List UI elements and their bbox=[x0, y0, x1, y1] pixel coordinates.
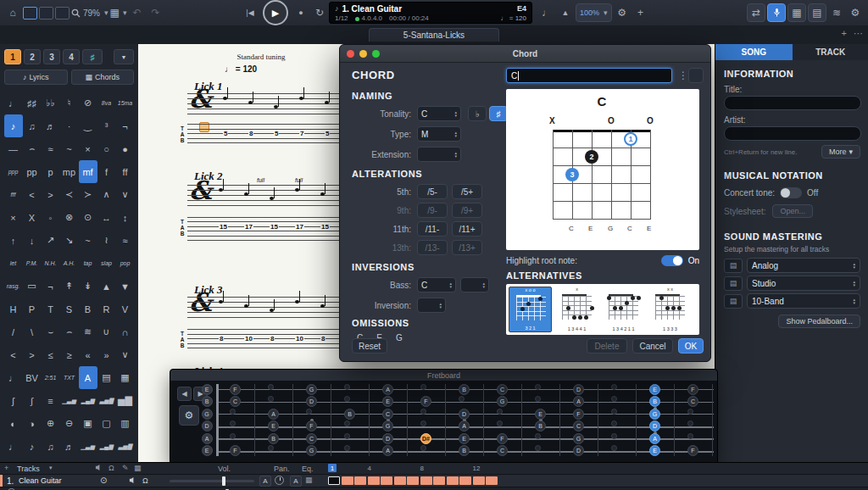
voice-1-button[interactable]: 1 bbox=[4, 49, 21, 64]
rack-unit-icon[interactable]: ▤ bbox=[724, 259, 743, 273]
alteration-minus-button[interactable]: /13- bbox=[417, 240, 448, 255]
palette-symbol[interactable]: 8va bbox=[97, 92, 116, 114]
fretboard-note[interactable] bbox=[230, 409, 236, 415]
palette-symbol[interactable]: ↑ bbox=[4, 229, 23, 252]
fretboard-note[interactable]: D bbox=[306, 396, 317, 407]
line-in-button[interactable]: ≋ bbox=[828, 4, 845, 21]
pages-panel-button[interactable]: ▤ bbox=[808, 3, 826, 22]
fretboard-note[interactable] bbox=[687, 420, 693, 426]
fretboard-note[interactable]: A bbox=[382, 384, 393, 395]
tab-number[interactable]: 8 bbox=[219, 335, 224, 342]
fretboard-note[interactable] bbox=[535, 433, 541, 439]
palette-symbol[interactable]: ≥ bbox=[60, 343, 79, 366]
palette-symbol[interactable]: BV bbox=[23, 366, 42, 389]
palette-symbol[interactable]: mp bbox=[60, 160, 79, 183]
palette-symbol[interactable]: P.M. bbox=[23, 252, 42, 275]
fretboard-note[interactable] bbox=[344, 420, 350, 426]
play-chord-button[interactable] bbox=[688, 68, 704, 83]
fretboard-note[interactable] bbox=[230, 433, 236, 439]
palette-symbol[interactable]: H bbox=[4, 298, 23, 320]
palette-symbol[interactable]: ▅▇ bbox=[116, 389, 135, 412]
tuner-button[interactable]: ⇄ bbox=[747, 3, 765, 22]
tab-track[interactable]: TRACK bbox=[793, 44, 868, 60]
palette-symbol[interactable]: × bbox=[4, 206, 23, 229]
bar-ruler[interactable]: 14812 bbox=[328, 463, 515, 474]
palette-symbol[interactable]: ʃ bbox=[4, 389, 23, 412]
palette-symbol[interactable]: ◦ bbox=[42, 206, 60, 229]
palette-symbol[interactable]: X bbox=[23, 206, 42, 229]
highlight-root-toggle[interactable] bbox=[661, 255, 683, 266]
tab-number[interactable]: 5 bbox=[223, 130, 228, 137]
palette-symbol[interactable]: ~ bbox=[79, 229, 97, 252]
view-parchment-icon[interactable] bbox=[39, 7, 53, 19]
fretboard-note[interactable]: E bbox=[382, 396, 393, 407]
fretboard-note[interactable]: F bbox=[497, 433, 508, 444]
fretboard-panel-button[interactable]: ▦ bbox=[787, 3, 806, 22]
fretboard-note[interactable]: F bbox=[687, 445, 698, 456]
palette-symbol[interactable]: ♪ bbox=[4, 114, 23, 137]
fretboard-note[interactable] bbox=[268, 445, 274, 451]
fretboard-note[interactable]: B bbox=[649, 396, 660, 407]
mastering-preset-select[interactable]: Studio▴▾ bbox=[747, 276, 860, 291]
fretboard-note[interactable]: G bbox=[573, 433, 584, 444]
palette-symbol[interactable]: ≺ bbox=[60, 183, 79, 206]
bass-select[interactable]: C▴▾ bbox=[417, 277, 456, 292]
palette-symbol[interactable]: ○ bbox=[97, 137, 116, 160]
fretboard-note[interactable]: F bbox=[230, 445, 241, 456]
fretboard-note[interactable]: B bbox=[268, 433, 279, 444]
fretboard-display[interactable]: EFGABCDEFBCDEFGABCGABCDEFGDEFGABCDABCDD#… bbox=[201, 384, 715, 460]
palette-symbol[interactable]: 2:51 bbox=[42, 366, 60, 389]
reset-button[interactable]: Reset bbox=[352, 338, 387, 354]
palette-symbol[interactable]: » bbox=[97, 343, 116, 366]
fretboard-note[interactable] bbox=[344, 433, 350, 439]
fretboard-note[interactable] bbox=[611, 433, 617, 439]
palette-symbol[interactable]: ↕ bbox=[116, 206, 135, 229]
palette-symbol[interactable]: ⌢ bbox=[23, 137, 42, 160]
palette-symbol[interactable]: ♯♯ bbox=[23, 92, 42, 114]
fretboard-window-title[interactable]: Fretboard bbox=[170, 370, 717, 381]
palette-symbol[interactable]: ♫ bbox=[23, 114, 42, 137]
bar-segment[interactable] bbox=[473, 476, 485, 485]
palette-symbol[interactable]: ≈ bbox=[116, 229, 135, 252]
fretboard-note[interactable]: E bbox=[459, 433, 470, 444]
fretboard-note[interactable] bbox=[344, 445, 350, 451]
fretboard-note[interactable] bbox=[459, 396, 465, 402]
fretboard-prev-button[interactable]: ◀ bbox=[177, 387, 192, 401]
fretboard-note[interactable]: D bbox=[649, 420, 660, 432]
tab-number[interactable]: 8 bbox=[248, 130, 253, 137]
track-bars-strip[interactable] bbox=[328, 475, 515, 487]
palette-symbol[interactable]: \ bbox=[23, 320, 42, 343]
palette-symbol[interactable]: × bbox=[79, 137, 97, 160]
add-track-button[interactable]: + bbox=[4, 464, 8, 472]
tracks-dropdown-icon[interactable]: ▾ bbox=[49, 465, 53, 471]
fretboard-note[interactable]: D# bbox=[420, 433, 431, 444]
tonality-select[interactable]: C▴▾ bbox=[417, 106, 461, 121]
fretboard-note[interactable]: C bbox=[497, 384, 508, 395]
palette-symbol[interactable]: ~ bbox=[60, 137, 79, 160]
fretboard-note[interactable] bbox=[268, 384, 274, 390]
palette-symbol[interactable]: ▃▅▇ bbox=[97, 389, 116, 412]
palette-symbol[interactable]: P bbox=[23, 298, 42, 320]
palette-symbol[interactable]: ● bbox=[116, 137, 135, 160]
fretboard-note[interactable]: D bbox=[573, 384, 584, 395]
fretboard-note[interactable]: D bbox=[202, 420, 213, 432]
palette-symbol[interactable]: ≋ bbox=[79, 320, 97, 343]
fretboard-note[interactable]: C bbox=[573, 420, 584, 432]
fretboard-note[interactable]: E bbox=[535, 409, 546, 420]
palette-symbol[interactable]: pop bbox=[116, 252, 135, 275]
fretboard-note[interactable] bbox=[611, 384, 617, 390]
alteration-plus-button[interactable]: /9+ bbox=[452, 203, 482, 218]
fretboard-note[interactable]: G bbox=[202, 409, 213, 420]
fretboard-note[interactable]: E bbox=[649, 445, 660, 456]
fretboard-note[interactable]: D bbox=[573, 445, 584, 456]
fretboard-note[interactable]: C bbox=[497, 445, 508, 456]
tab-number[interactable]: 5 bbox=[274, 130, 279, 137]
palette-symbol[interactable]: S bbox=[60, 298, 79, 320]
palette-symbol[interactable]: let bbox=[4, 252, 23, 275]
palette-symbol[interactable]: ↓ bbox=[23, 229, 42, 252]
pan-automation-button[interactable]: A bbox=[290, 476, 302, 487]
record-button[interactable]: ● bbox=[292, 4, 309, 21]
palette-symbol[interactable]: ▼ bbox=[116, 275, 135, 298]
bar-segment[interactable] bbox=[328, 476, 340, 485]
fretboard-note[interactable]: F bbox=[573, 409, 584, 420]
